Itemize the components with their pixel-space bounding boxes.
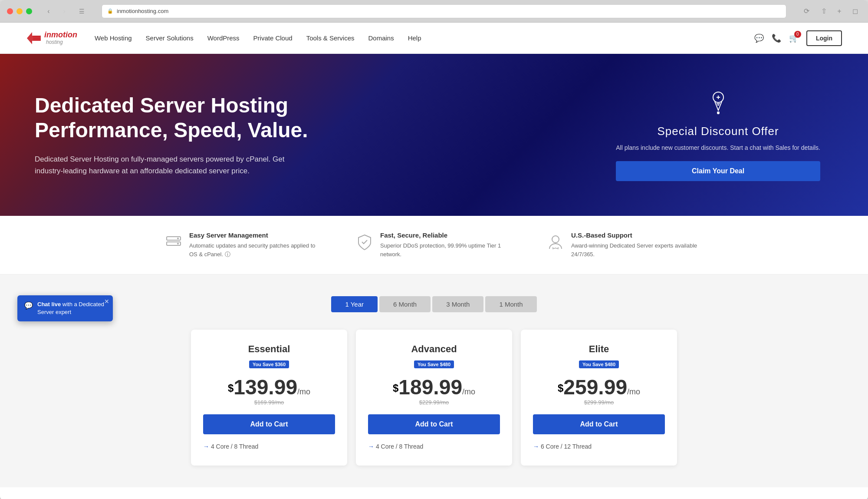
elite-dollar: $ bbox=[558, 382, 563, 394]
pricing-card-elite: Elite You Save $480 $259.99/mo $299.99/m… bbox=[521, 330, 677, 466]
elite-savings-badge: You Save $480 bbox=[579, 360, 619, 368]
server-mgmt-icon bbox=[165, 233, 182, 254]
phone-icon[interactable]: 📞 bbox=[772, 33, 781, 43]
essential-price-value: 139.99 bbox=[233, 376, 297, 399]
back-button[interactable]: ‹ bbox=[43, 5, 55, 17]
feature-fast-secure: Fast, Secure, Reliable Superior DDoS pro… bbox=[356, 231, 512, 258]
nav-links: Web Hosting Server Solutions WordPress P… bbox=[95, 34, 754, 42]
chat-close-icon[interactable]: ✕ bbox=[104, 298, 109, 305]
nav-help[interactable]: Help bbox=[408, 34, 421, 42]
nav-private-cloud[interactable]: Private Cloud bbox=[253, 34, 293, 42]
browser-titlebar: ‹ › ☰ 🔒 inmotionhosting.com ⟳ ⇧ + ◻ bbox=[0, 0, 868, 23]
offer-icon bbox=[616, 89, 820, 119]
card-advanced-title: Advanced bbox=[368, 344, 500, 355]
feature-easy-title: Easy Server Management bbox=[189, 231, 321, 239]
new-tab-button[interactable]: + bbox=[833, 5, 845, 17]
cart-wrapper: 🛒 0 bbox=[789, 33, 799, 43]
pricing-section: 1 Year 6 Month 3 Month 1 Month Essential… bbox=[0, 274, 868, 487]
reload-button[interactable]: ⟳ bbox=[800, 5, 812, 17]
claim-deal-button[interactable]: Claim Your Deal bbox=[616, 161, 820, 181]
shield-icon bbox=[356, 233, 373, 254]
pricing-cards: Essential You Save $360 $139.99/mo $169.… bbox=[35, 330, 833, 466]
lock-icon: 🔒 bbox=[107, 8, 113, 14]
hero-content: Dedicated Server Hosting Performance, Sp… bbox=[35, 93, 603, 177]
cart-badge: 0 bbox=[794, 31, 801, 38]
feature-support: U.S.-Based Support Award-winning Dedicat… bbox=[547, 231, 703, 258]
browser-window: ‹ › ☰ 🔒 inmotionhosting.com ⟳ ⇧ + ◻ bbox=[0, 0, 868, 499]
feature-fast-secure-text: Fast, Secure, Reliable Superior DDoS pro… bbox=[380, 231, 512, 258]
nav-tools-services[interactable]: Tools & Services bbox=[306, 34, 355, 42]
billing-tab-6month[interactable]: 6 Month bbox=[379, 296, 431, 312]
essential-mo: /mo bbox=[297, 387, 310, 396]
forward-button[interactable]: › bbox=[58, 5, 70, 17]
offer-title: Special Discount Offer bbox=[616, 125, 820, 138]
advanced-price: $189.99/mo bbox=[368, 375, 500, 399]
elite-features: 6 Core / 12 Thread bbox=[533, 441, 665, 452]
elite-price: $259.99/mo bbox=[533, 375, 665, 399]
svg-point-9 bbox=[177, 243, 179, 245]
maximize-button[interactable] bbox=[26, 8, 32, 14]
support-icon bbox=[547, 233, 564, 254]
logo-inmotion-text: inmotion bbox=[44, 31, 77, 40]
feature-support-desc: Award-winning Dedicated Server experts a… bbox=[571, 241, 703, 258]
address-bar[interactable]: 🔒 inmotionhosting.com bbox=[102, 4, 786, 18]
essential-feature-1: 4 Core / 8 Thread bbox=[203, 441, 335, 452]
pricing-card-advanced: Advanced You Save $480 $189.99/mo $229.9… bbox=[356, 330, 512, 466]
feature-support-text: U.S.-Based Support Award-winning Dedicat… bbox=[571, 231, 703, 258]
browser-action-buttons: ⇧ + ◻ bbox=[818, 5, 861, 17]
logo-hosting-text: hosting bbox=[46, 40, 77, 45]
brand-logo[interactable]: inmotion hosting bbox=[26, 30, 77, 46]
advanced-savings-badge: You Save $480 bbox=[414, 360, 454, 368]
billing-tab-1year[interactable]: 1 Year bbox=[331, 296, 378, 312]
nav-wordpress[interactable]: WordPress bbox=[207, 34, 240, 42]
chat-nav-icon[interactable]: 💬 bbox=[754, 33, 764, 43]
share-button[interactable]: ⇧ bbox=[818, 5, 830, 17]
navbar: inmotion hosting Web Hosting Server Solu… bbox=[0, 23, 868, 54]
close-button[interactable] bbox=[7, 8, 13, 14]
feature-support-title: U.S.-Based Support bbox=[571, 231, 703, 239]
tabs-button[interactable]: ◻ bbox=[849, 5, 861, 17]
traffic-lights bbox=[7, 8, 32, 14]
browser-nav-controls: ‹ › bbox=[43, 5, 70, 17]
essential-price: $139.99/mo bbox=[203, 375, 335, 399]
pricing-card-essential: Essential You Save $360 $139.99/mo $169.… bbox=[191, 330, 347, 466]
hero-section: Dedicated Server Hosting Performance, Sp… bbox=[0, 54, 868, 216]
advanced-price-area: $189.99/mo $229.99/mo bbox=[368, 375, 500, 406]
chat-widget-text: Chat live with a Dedicated Server expert bbox=[37, 301, 106, 316]
advanced-dollar: $ bbox=[393, 382, 398, 394]
essential-features: 4 Core / 8 Thread bbox=[203, 441, 335, 452]
nav-actions: 💬 📞 🛒 0 Login bbox=[754, 30, 842, 46]
elite-mo: /mo bbox=[627, 387, 640, 396]
minimize-button[interactable] bbox=[16, 8, 23, 14]
hero-title: Dedicated Server Hosting Performance, Sp… bbox=[35, 93, 339, 143]
billing-tab-1month[interactable]: 1 Month bbox=[485, 296, 536, 312]
login-button[interactable]: Login bbox=[806, 30, 842, 46]
browser-content: inmotion hosting Web Hosting Server Solu… bbox=[0, 23, 868, 499]
elite-add-cart-button[interactable]: Add to Cart bbox=[533, 414, 665, 434]
elite-original-price: $299.99/mo bbox=[533, 399, 665, 406]
feature-easy-mgmt-text: Easy Server Management Automatic updates… bbox=[189, 231, 321, 258]
sidebar-toggle[interactable]: ☰ bbox=[76, 5, 88, 17]
advanced-add-cart-button[interactable]: Add to Cart bbox=[368, 414, 500, 434]
billing-tab-3month[interactable]: 3 Month bbox=[432, 296, 483, 312]
chat-widget-icon: 💬 bbox=[24, 301, 33, 310]
chat-widget[interactable]: 💬 Chat live with a Dedicated Server expe… bbox=[17, 295, 113, 321]
offer-description: All plans include new customer discounts… bbox=[616, 143, 820, 152]
elite-price-area: $259.99/mo $299.99/mo bbox=[533, 375, 665, 406]
essential-add-cart-button[interactable]: Add to Cart bbox=[203, 414, 335, 434]
card-essential-title: Essential bbox=[203, 344, 335, 355]
url-text: inmotionhosting.com bbox=[117, 8, 168, 14]
nav-web-hosting[interactable]: Web Hosting bbox=[95, 34, 132, 42]
advanced-original-price: $229.99/mo bbox=[368, 399, 500, 406]
nav-server-solutions[interactable]: Server Solutions bbox=[146, 34, 194, 42]
elite-price-value: 259.99 bbox=[563, 376, 627, 399]
essential-dollar: $ bbox=[228, 382, 233, 394]
billing-tabs: 1 Year 6 Month 3 Month 1 Month bbox=[35, 296, 833, 312]
advanced-price-value: 189.99 bbox=[398, 376, 462, 399]
feature-easy-desc: Automatic updates and security patches a… bbox=[189, 241, 321, 258]
card-elite-title: Elite bbox=[533, 344, 665, 355]
advanced-feature-1: 4 Core / 8 Thread bbox=[368, 441, 500, 452]
logo-icon bbox=[26, 30, 42, 46]
elite-feature-1: 6 Core / 12 Thread bbox=[533, 441, 665, 452]
nav-domains[interactable]: Domains bbox=[368, 34, 394, 42]
